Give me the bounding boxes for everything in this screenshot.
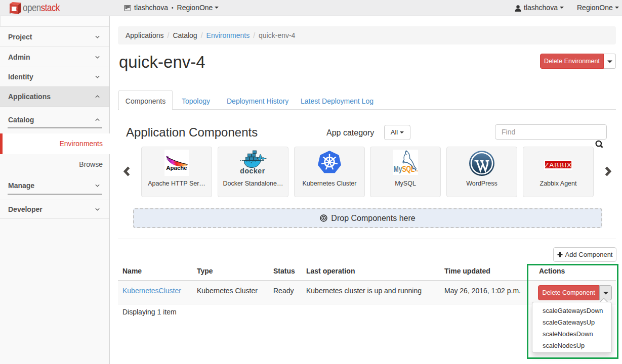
- svg-text:™: ™: [416, 170, 419, 173]
- svg-text:Apache: Apache: [166, 165, 187, 171]
- svg-text:docker: docker: [240, 167, 265, 175]
- svg-text:MySQL: MySQL: [394, 164, 415, 174]
- svg-text:ZABBIX: ZABBIX: [545, 161, 572, 169]
